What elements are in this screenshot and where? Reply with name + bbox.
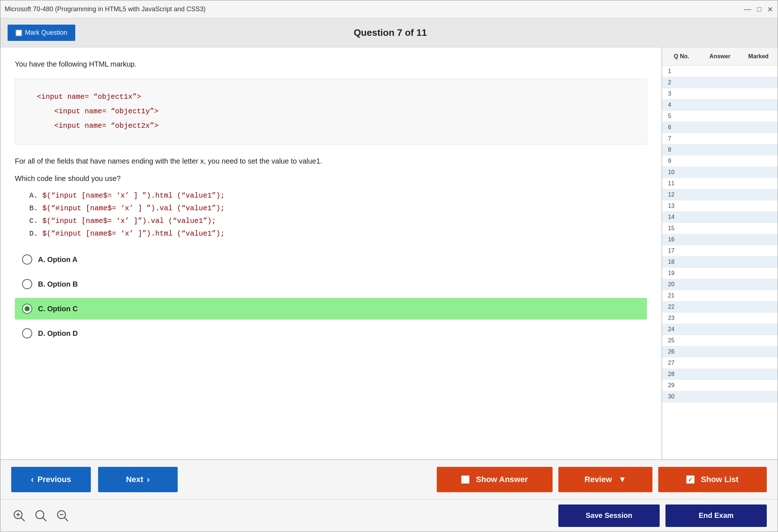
show-list-button[interactable]: ✓ Show List — [658, 467, 767, 492]
sidebar-answer — [691, 68, 735, 75]
sidebar-row[interactable]: 5 — [662, 111, 778, 122]
zoom-controls — [11, 508, 71, 524]
sidebar-row[interactable]: 11 — [662, 178, 778, 189]
sidebar-qnum: 13 — [662, 203, 691, 209]
sidebar-answer — [691, 191, 735, 198]
sidebar-row[interactable]: 7 — [662, 133, 778, 144]
sidebar-row[interactable]: 9 — [662, 156, 778, 167]
next-button[interactable]: Next › — [98, 467, 178, 492]
sidebar-row[interactable]: 2 — [662, 77, 778, 88]
answer-label-c: C. Option C — [38, 305, 78, 313]
sidebar-marked — [735, 68, 778, 75]
sidebar-qnum: 18 — [662, 259, 691, 265]
window-title: Microsoft 70-480 (Programming in HTML5 w… — [5, 5, 206, 13]
zoom-reset-button[interactable] — [33, 508, 49, 524]
svg-line-5 — [43, 518, 46, 521]
sidebar-row[interactable]: 21 — [662, 290, 778, 301]
sidebar-answer — [691, 225, 735, 232]
answer-option-a[interactable]: A. Option A — [15, 249, 647, 270]
sidebar-qnum: 24 — [662, 326, 691, 333]
save-session-button[interactable]: Save Session — [558, 504, 660, 527]
close-button[interactable]: ✕ — [767, 5, 773, 14]
sidebar-marked — [735, 236, 778, 243]
sidebar-answer — [691, 90, 735, 97]
answer-option-c[interactable]: C. Option C — [15, 298, 647, 320]
sidebar-qnum: 8 — [662, 147, 691, 153]
end-exam-button[interactable]: End Exam — [665, 504, 767, 527]
sidebar-row[interactable]: 15 — [662, 223, 778, 234]
bottom-navigation-bar: ‹ Previous Next › Show Answer Review ▼ ✓… — [0, 459, 778, 499]
sidebar-row[interactable]: 20 — [662, 279, 778, 290]
sidebar-row[interactable]: 30 — [662, 391, 778, 402]
sidebar-row[interactable]: 28 — [662, 369, 778, 380]
review-button[interactable]: Review ▼ — [558, 467, 652, 492]
sidebar-answer — [691, 315, 735, 321]
sidebar-answer — [691, 169, 735, 176]
zoom-out-icon — [56, 509, 69, 523]
sidebar-marked — [735, 259, 778, 265]
sidebar-row[interactable]: 17 — [662, 245, 778, 257]
code-line-1: <input name= “object1x”> — [37, 90, 625, 104]
zoom-in-icon — [12, 509, 26, 523]
show-answer-button[interactable]: Show Answer — [437, 467, 553, 492]
answer-option-b[interactable]: B. Option B — [15, 273, 647, 295]
sidebar-answer — [691, 203, 735, 209]
sidebar-row[interactable]: 3 — [662, 88, 778, 100]
show-answer-checkbox-icon — [461, 476, 469, 484]
sidebar-row[interactable]: 10 — [662, 167, 778, 178]
sidebar-row[interactable]: 6 — [662, 122, 778, 133]
sidebar-marked — [735, 270, 778, 276]
zoom-in-button[interactable] — [11, 508, 27, 524]
sidebar-row[interactable]: 16 — [662, 234, 778, 245]
sidebar-row[interactable]: 29 — [662, 380, 778, 391]
sidebar-marked — [735, 248, 778, 254]
sidebar-marked — [735, 203, 778, 209]
sidebar-answer — [691, 360, 735, 366]
sidebar-scroll[interactable]: 1 2 3 4 5 6 7 8 — [662, 66, 778, 459]
option-code-b: B. $(“#input [name$= ‘x’ ] ”).val (“valu… — [29, 204, 647, 212]
radio-b[interactable] — [22, 279, 32, 289]
sidebar-row[interactable]: 14 — [662, 212, 778, 223]
sidebar-row[interactable]: 18 — [662, 257, 778, 268]
sidebar-row[interactable]: 4 — [662, 100, 778, 111]
sidebar-row[interactable]: 26 — [662, 346, 778, 358]
sidebar-answer — [691, 349, 735, 355]
sidebar-row[interactable]: 22 — [662, 301, 778, 313]
radio-d[interactable] — [22, 328, 32, 338]
zoom-out-button[interactable] — [55, 508, 71, 524]
minimize-button[interactable]: — — [744, 5, 751, 14]
sidebar-row[interactable]: 13 — [662, 200, 778, 212]
review-dropdown-icon: ▼ — [618, 475, 626, 484]
sidebar-answer — [691, 304, 735, 310]
sidebar-qnum: 4 — [662, 102, 691, 108]
sidebar-row[interactable]: 12 — [662, 189, 778, 200]
answer-option-d[interactable]: D. Option D — [15, 322, 647, 344]
review-label: Review — [584, 475, 612, 484]
sidebar-marked — [735, 90, 778, 97]
next-label: Next — [126, 475, 143, 484]
radio-c[interactable] — [22, 304, 32, 314]
sidebar-row[interactable]: 1 — [662, 66, 778, 77]
sidebar-row[interactable]: 27 — [662, 358, 778, 369]
sidebar-answer — [691, 281, 735, 288]
sidebar-row[interactable]: 23 — [662, 313, 778, 324]
sidebar-answer — [691, 102, 735, 108]
sidebar-row[interactable]: 8 — [662, 144, 778, 156]
sidebar-marked — [735, 225, 778, 232]
sidebar-row[interactable]: 25 — [662, 335, 778, 346]
zoom-reset-icon — [34, 509, 48, 523]
sidebar-qnum: 19 — [662, 270, 691, 276]
window-controls: — □ ✕ — [744, 5, 773, 14]
sidebar-marked — [735, 180, 778, 187]
sidebar-answer — [691, 214, 735, 220]
radio-a[interactable] — [22, 254, 32, 265]
sidebar-answer — [691, 113, 735, 119]
end-exam-label: End Exam — [699, 511, 734, 519]
sidebar-qnum: 17 — [662, 248, 691, 254]
previous-button[interactable]: ‹ Previous — [11, 467, 91, 492]
sidebar-row[interactable]: 24 — [662, 324, 778, 335]
sidebar-row[interactable]: 19 — [662, 268, 778, 279]
maximize-button[interactable]: □ — [757, 5, 761, 14]
answer-label-a: A. Option A — [38, 256, 77, 264]
mark-question-button[interactable]: Mark Question — [8, 25, 75, 41]
